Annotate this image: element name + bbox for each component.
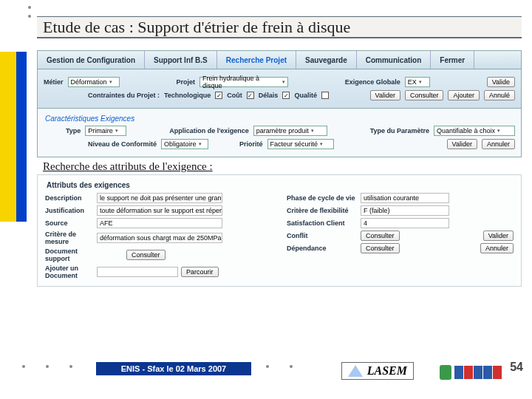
attributs-panel: Attributs des exigences Description le s… (37, 174, 522, 287)
projet-select[interactable]: Frein hydraulique à disque (200, 77, 288, 87)
app-screenshot: Gestion de Configuration Support Inf B.S… (37, 50, 522, 287)
footer-bar: ENIS - Sfax le 02 Mars 2007 (96, 362, 251, 375)
toolbar-item-config[interactable]: Gestion de Configuration (38, 51, 145, 69)
tech-label: Technologique (164, 92, 211, 99)
toolbar-item-communication[interactable]: Communication (357, 51, 432, 69)
side-yellow-stripe (0, 52, 16, 222)
cout-checkbox[interactable]: ✓ (247, 92, 254, 99)
delais-checkbox[interactable]: ✓ (282, 92, 290, 99)
logo-gilco-icon (454, 366, 502, 379)
valider-button[interactable]: Valider (370, 90, 400, 100)
flex-input[interactable]: F (faible) (361, 205, 449, 216)
application-label: Application de l'exigence (169, 127, 249, 134)
title-bar: Etude de cas : Support d'étrier de frein… (37, 16, 522, 38)
subtitle: Recherche des attributs de l'exigence : (43, 160, 522, 173)
page-number: 54 (510, 361, 523, 374)
partner-logos (440, 365, 502, 380)
type-select[interactable]: Primaire (85, 126, 126, 136)
satisfaction-input[interactable]: 4 (361, 218, 449, 228)
phase-label: Phase de cycle de vie (287, 194, 361, 202)
delais-label: Délais (259, 92, 279, 99)
carac-valider-button[interactable]: Valider (447, 139, 477, 149)
type-param-select[interactable]: Quantifiable à choix (434, 126, 515, 136)
priorite-select[interactable]: Facteur sécurité (267, 139, 334, 149)
triangle-icon (348, 365, 363, 377)
footer-dots-right (266, 361, 313, 369)
slide-bullets-left (28, 6, 33, 24)
source-label: Source (45, 219, 97, 227)
contraintes-label: Contraintes du Projet : (88, 92, 160, 99)
qualite-label: Qualité (294, 92, 317, 99)
type-label: Type (66, 127, 81, 134)
conflit-consulter-button[interactable]: Consulter (361, 231, 400, 241)
parcourir-button[interactable]: Parcourir (181, 267, 219, 277)
critere-label: Critère de mesure (45, 231, 97, 245)
conflit-label: Conflit (287, 232, 361, 239)
consulter-doc-button[interactable]: Consulter (126, 250, 166, 260)
lasem-logo: LASEM (341, 362, 414, 380)
justification-input[interactable]: toute déformation sur le support est rép… (97, 205, 222, 216)
toolbar-item-sauvegarde[interactable]: Sauvegarde (296, 51, 357, 69)
carac-panel: Caractéristiques Exigences Type Primaire… (37, 109, 522, 157)
page-title: Etude de cas : Support d'étrier de frein… (43, 18, 350, 37)
app-toolbar: Gestion de Configuration Support Inf B.S… (37, 50, 522, 69)
metier-select[interactable]: Déformation (68, 77, 120, 87)
type-param-label: Type du Paramètre (370, 127, 429, 134)
projet-label: Projet (176, 78, 195, 86)
niveau-label: Niveau de Conformité (88, 140, 157, 148)
exigence-globale-label: Exigence Globale (345, 78, 400, 86)
source-input[interactable]: AFE (97, 218, 222, 228)
application-select[interactable]: paramètre produit (253, 126, 327, 136)
carac-annuler-button[interactable]: Annuler (482, 139, 515, 149)
metier-label: Métier (44, 78, 64, 86)
attr-annuler-button[interactable]: Annuler (480, 243, 514, 253)
satisfaction-label: Satisfaction Client (287, 219, 361, 227)
justification-label: Justification (45, 207, 97, 214)
tech-checkbox[interactable]: ✓ (215, 92, 222, 99)
consulter-button[interactable]: Consulter (405, 90, 444, 100)
logo-green-icon (440, 365, 451, 380)
ajouterdoc-input[interactable] (97, 267, 178, 277)
carac-header: Caractéristiques Exigences (45, 115, 515, 123)
docsupport-label: Document support (45, 248, 97, 262)
lasem-text: LASEM (367, 364, 407, 378)
niveau-select[interactable]: Obligatoire (161, 139, 208, 149)
valide-button[interactable]: Valide (487, 77, 515, 87)
side-blue-stripe (16, 52, 27, 222)
attr-header: Attributs des exigences (47, 181, 514, 189)
phase-input[interactable]: utilisation courante (361, 193, 449, 203)
dependance-consulter-button[interactable]: Consulter (361, 243, 400, 253)
cout-label: Coût (227, 92, 242, 99)
critere-input[interactable]: déformation sous chargt max de 250MPa < … (97, 233, 222, 243)
exigence-globale-select[interactable]: EX (405, 77, 430, 87)
flex-label: Critère de flexibilité (287, 207, 361, 214)
attr-valider-button[interactable]: Valider (483, 231, 514, 241)
projet-panel: Métier Déformation Projet Frein hydrauli… (37, 69, 522, 109)
qualite-checkbox[interactable] (321, 92, 329, 99)
footer-dots-left (22, 361, 93, 369)
toolbar-item-fermer[interactable]: Fermer (431, 51, 474, 69)
ajouter-button[interactable]: Ajouter (448, 90, 480, 100)
description-input[interactable]: le support ne doit pas présenter une gra… (97, 193, 222, 203)
dependance-label: Dépendance (287, 245, 361, 252)
priorite-label: Priorité (239, 140, 263, 148)
description-label: Description (45, 194, 97, 202)
annule-button[interactable]: Annulé (484, 90, 515, 100)
toolbar-item-support[interactable]: Support Inf B.S (145, 51, 217, 69)
ajouterdoc-label: Ajouter un Document (45, 265, 97, 279)
toolbar-item-recherche[interactable]: Recherche Projet (217, 51, 296, 69)
